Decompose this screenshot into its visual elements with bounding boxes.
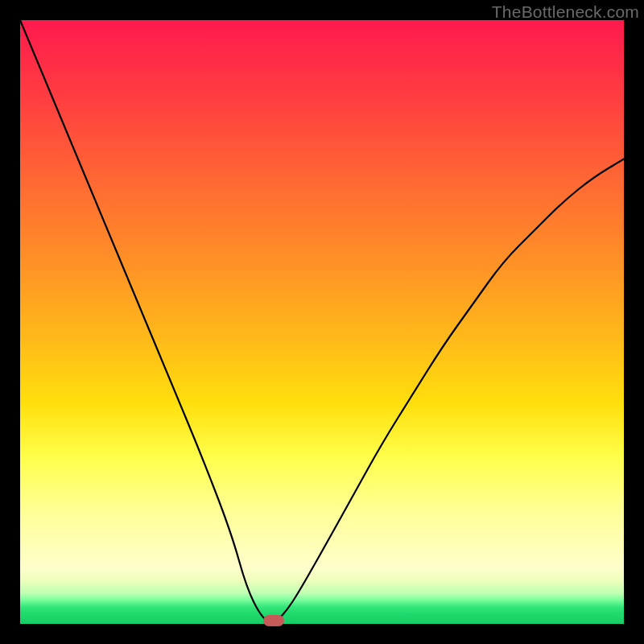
plot-area xyxy=(20,20,624,624)
outer-frame: TheBottleneck.com xyxy=(0,0,644,644)
bottleneck-curve xyxy=(20,20,624,624)
watermark-text: TheBottleneck.com xyxy=(492,2,639,22)
optimal-point-marker xyxy=(263,615,284,626)
